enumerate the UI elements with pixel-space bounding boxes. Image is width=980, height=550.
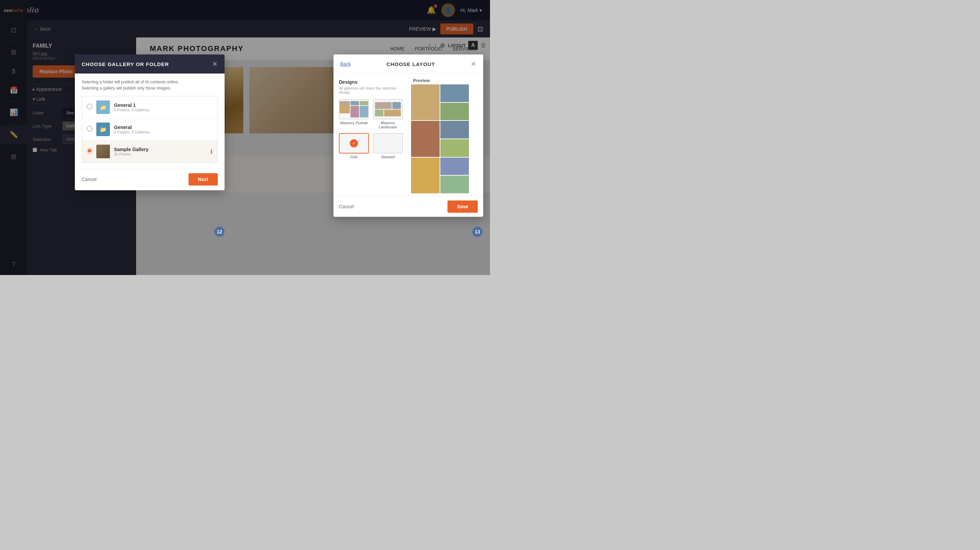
layout-options-grid: Masonry Portrait (339, 99, 402, 159)
gallery-radio-1[interactable] (87, 104, 92, 111)
stacked-thumb (373, 133, 403, 153)
step-13-bubble: 13 (472, 227, 482, 237)
gallery-meta-2: 0 Folders, 0 Galleries (114, 130, 150, 134)
masonry-landscape-thumb (373, 99, 403, 120)
layout-cancel-button[interactable]: Cancel (339, 204, 354, 209)
choose-gallery-modal: CHOOSE GALLERY OR FOLDER ✕ Selecting a f… (75, 54, 224, 190)
layout-option-grid[interactable]: ✓ Grid (339, 133, 369, 159)
layout-modal-title: CHOOSE LAYOUT (387, 61, 435, 67)
masonry-landscape-label: Masonry Landscape (373, 121, 403, 129)
gallery-name-1: General 1 (114, 102, 150, 108)
designs-title: Designs (339, 79, 402, 85)
preview-panel-title: Preview (411, 77, 480, 84)
gallery-name-2: General (114, 124, 150, 130)
gallery-modal-description: Selecting a folder will publish all of i… (82, 79, 218, 91)
gallery-name-3: Sample Gallery (114, 147, 148, 152)
gallery-radio-input-3[interactable] (87, 148, 92, 153)
gallery-modal-footer: Cancel Next (75, 168, 224, 190)
layout-option-stacked[interactable]: Stacked (373, 133, 403, 159)
layout-back-link[interactable]: Back (340, 61, 351, 67)
designs-subtitle: All galleries will share the selected de… (339, 86, 402, 94)
gallery-meta-3: 30 Photos (114, 152, 148, 156)
preview-images-grid (411, 84, 469, 193)
layout-modal-footer: Cancel Save (334, 196, 483, 217)
folder-icon-1: 📁 (96, 100, 110, 114)
gallery-thumb-3 (96, 145, 110, 158)
stacked-label: Stacked (373, 155, 403, 159)
gallery-meta-1: 0 Folders, 0 Galleries (114, 108, 150, 112)
masonry-portrait-label: Masonry Portrait (339, 121, 369, 125)
grid-selected-check: ✓ (350, 139, 358, 147)
gallery-list: 📁 General 1 0 Folders, 0 Galleries 📁 Gen… (82, 96, 218, 163)
gallery-info-icon-3[interactable]: ℹ (210, 148, 213, 155)
save-button[interactable]: Save (447, 201, 478, 213)
gallery-radio-3[interactable] (87, 148, 92, 155)
layout-option-masonry-portrait[interactable]: Masonry Portrait (339, 99, 369, 129)
grid-label: Grid (339, 155, 369, 159)
layout-modal-close[interactable]: ✕ (471, 60, 476, 68)
gallery-item-2[interactable]: 📁 General 0 Folders, 0 Galleries (82, 118, 218, 140)
gallery-modal-header: CHOOSE GALLERY OR FOLDER ✕ (75, 54, 224, 73)
gallery-modal-title: CHOOSE GALLERY OR FOLDER (82, 61, 169, 67)
layout-option-masonry-landscape[interactable]: Masonry Landscape (373, 99, 403, 129)
gallery-modal-close[interactable]: ✕ (212, 60, 218, 68)
layout-modal-body: Designs All galleries will share the sel… (334, 74, 483, 196)
gallery-radio-input-2[interactable] (87, 126, 92, 131)
gallery-info-3: Sample Gallery 30 Photos (114, 147, 148, 156)
masonry-portrait-thumb (339, 99, 369, 120)
folder-icon-2: 📁 (96, 123, 110, 136)
layout-preview-panel: Preview (408, 74, 483, 196)
layout-designs-panel: Designs All galleries will share the sel… (334, 74, 408, 196)
step-12-bubble: 12 (215, 227, 224, 237)
next-button[interactable]: Next (189, 173, 218, 185)
gallery-info-1: General 1 0 Folders, 0 Galleries (114, 102, 150, 112)
gallery-modal-body: Selecting a folder will publish all of i… (75, 73, 224, 168)
gallery-cancel-button[interactable]: Cancel (82, 177, 97, 182)
grid-thumb: ✓ (339, 133, 369, 153)
choose-layout-modal: Back CHOOSE LAYOUT ✕ Designs All galleri… (334, 54, 483, 217)
gallery-item-3[interactable]: Sample Gallery 30 Photos ℹ (82, 140, 218, 163)
gallery-item[interactable]: 📁 General 1 0 Folders, 0 Galleries (82, 96, 218, 118)
gallery-info-2: General 0 Folders, 0 Galleries (114, 124, 150, 134)
gallery-radio-2[interactable] (87, 126, 92, 133)
gallery-radio-input-1[interactable] (87, 104, 92, 109)
layout-modal-header: Back CHOOSE LAYOUT ✕ (334, 54, 483, 74)
